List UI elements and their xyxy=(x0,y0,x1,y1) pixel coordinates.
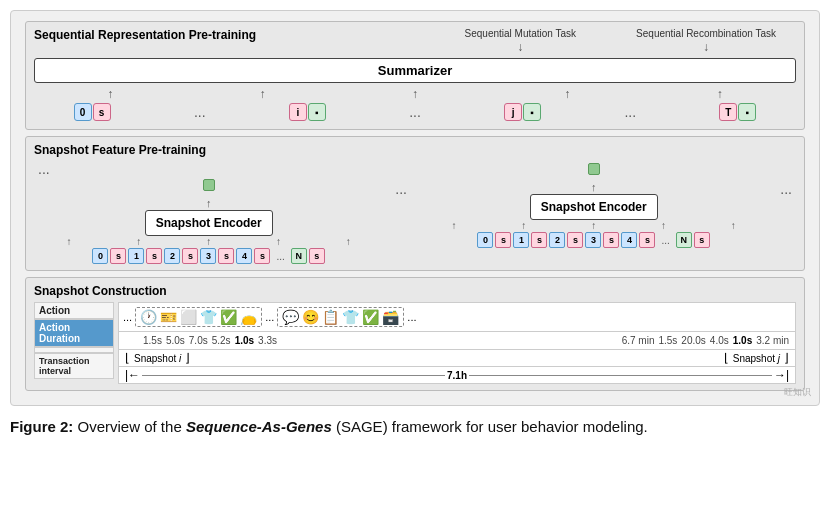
arrow-mid: ↑ xyxy=(412,87,418,99)
green-token-left xyxy=(203,179,215,191)
dur-3: 7.0s xyxy=(189,335,208,346)
watermark: 旺知识 xyxy=(784,386,811,399)
snapshot-feature-title: Snapshot Feature Pre-training xyxy=(34,143,796,157)
st-4b: s xyxy=(254,248,270,264)
st-1: 1 xyxy=(128,248,144,264)
interval-spacer xyxy=(142,375,445,376)
left-labels-col: Action Action Duration Transaction inter… xyxy=(34,302,114,384)
token-0-pink: s xyxy=(93,103,111,121)
enc-arr-r1: ↑ xyxy=(451,220,456,232)
action-icon-clipboard: 📋 xyxy=(322,309,339,325)
figure-caption: Figure 2: Overview of the Sequence-As-Ge… xyxy=(10,416,820,439)
left-encoder-block: ... ↑ Snapshot Encoder ↑ ↑ ↑ ↑ ↑ xyxy=(34,161,383,264)
action-icon-smiley: 😊 xyxy=(302,309,319,325)
dots-action-mid: ... xyxy=(265,311,274,323)
enc-arr-r2: ↑ xyxy=(521,220,526,232)
action-duration-label: Action Duration xyxy=(34,319,114,347)
caption-italic: Sequence-As-Genes xyxy=(186,418,332,435)
st-dots: ... xyxy=(276,251,284,262)
action-label: Action xyxy=(34,302,114,319)
interval-spacer2 xyxy=(469,375,772,376)
snap-i-bracket-open: ⌊ xyxy=(125,351,130,365)
dur-2: 5.0s xyxy=(166,335,185,346)
snap-j-label: Snapshot j xyxy=(733,353,780,364)
str-4: 4 xyxy=(621,232,637,248)
st-N: N xyxy=(291,248,307,264)
interval-bracket-right: →| xyxy=(774,368,789,382)
action-icon-wallet: 👝 xyxy=(240,309,257,325)
token-T-green: ▪ xyxy=(738,103,756,121)
action-icon-shirt: 👕 xyxy=(200,309,217,325)
snapshot-encoder-left: Snapshot Encoder xyxy=(145,210,273,236)
st-2: 2 xyxy=(164,248,180,264)
construction-main: ... 🕐 🎫 ⬜ 👕 ✅ 👝 ... 💬 😊 xyxy=(118,302,796,384)
snapshot-feature-section: Snapshot Feature Pre-training ... ↑ Snap… xyxy=(25,136,805,271)
action-icon-shirt2: 👕 xyxy=(342,309,359,325)
dur-5-bold: 1.0s xyxy=(235,335,254,346)
dots-2: ... xyxy=(409,104,421,120)
mutation-task-col: Sequential Mutation Task ↓ xyxy=(465,28,577,54)
dur-r5-bold: 1.0s xyxy=(733,335,752,346)
str-1: 1 xyxy=(513,232,529,248)
interval-value: 7.1h xyxy=(447,370,467,381)
right-dots-enc: ... xyxy=(776,161,796,197)
up-arrows-row: ↑ ↑ ↑ ↑ ↑ xyxy=(34,87,796,99)
dots-action-right: ... xyxy=(407,311,416,323)
dur-r3: 20.0s xyxy=(681,335,705,346)
dots-1: ... xyxy=(194,104,206,120)
diagram-container: Sequential Representation Pre-training S… xyxy=(10,10,820,406)
arrow-T: ↑ xyxy=(717,87,723,99)
recombination-task-label: Sequential Recombination Task xyxy=(636,28,776,39)
str-2b: s xyxy=(567,232,583,248)
interval-bracket-left: |← xyxy=(125,368,140,382)
snap-j-bracket-open: ⌊ xyxy=(724,351,729,365)
action-icon-check: ✅ xyxy=(220,309,237,325)
interval-row: |← 7.1h →| xyxy=(118,367,796,384)
arrow-j: ↑ xyxy=(564,87,570,99)
dots-action-left: ... xyxy=(123,311,132,323)
dur-4: 5.2s xyxy=(212,335,231,346)
st-1b: s xyxy=(146,248,162,264)
mutation-task-label: Sequential Mutation Task xyxy=(465,28,577,39)
pre-training-section: Sequential Representation Pre-training S… xyxy=(25,21,805,130)
enc-arr-l3: ↑ xyxy=(206,236,211,248)
snapshot-construction-title: Snapshot Construction xyxy=(34,284,796,298)
up-arrow-enc-right: ↑ xyxy=(591,181,597,193)
pre-training-title: Sequential Representation Pre-training xyxy=(34,28,256,42)
str-2: 2 xyxy=(549,232,565,248)
arrow-0i: ↑ xyxy=(107,87,113,99)
str-N: N xyxy=(676,232,692,248)
snap-j-bracket-close: ⌋ xyxy=(784,351,789,365)
str-3b: s xyxy=(603,232,619,248)
dur-6: 3.3s xyxy=(258,335,277,346)
action-icons-row: ... 🕐 🎫 ⬜ 👕 ✅ 👝 ... 💬 😊 xyxy=(118,302,796,332)
recombination-task-col: Sequential Recombination Task ↓ xyxy=(636,28,776,54)
token-group-i: i ▪ xyxy=(289,103,326,121)
token-T-pink: T xyxy=(719,103,737,121)
right-encoder-block: ↑ Snapshot Encoder ↑ ↑ ↑ ↑ ↑ 0 s 1 s 2 xyxy=(419,161,768,248)
snap-i-bracket-close: ⌋ xyxy=(185,351,190,365)
green-token-right xyxy=(588,163,600,175)
str-4b: s xyxy=(639,232,655,248)
transaction-label: Transaction interval xyxy=(34,353,114,379)
st-3b: s xyxy=(218,248,234,264)
up-arrow-enc-left: ↑ xyxy=(206,197,212,209)
enc-arr-l1: ↑ xyxy=(66,236,71,248)
caption-text1: Overview of the xyxy=(73,418,186,435)
enc-arr-l2: ↑ xyxy=(136,236,141,248)
enc-arr-l4: ↑ xyxy=(276,236,281,248)
str-0: 0 xyxy=(477,232,493,248)
arrow-i: ↑ xyxy=(260,87,266,99)
enc-arr-r5: ↑ xyxy=(731,220,736,232)
construction-body: Action Action Duration Transaction inter… xyxy=(34,302,796,384)
action-icon-scan: ⬜ xyxy=(180,309,197,325)
left-dots-before: ... xyxy=(38,161,50,177)
summarizer-box: Summarizer xyxy=(34,58,796,83)
snapshot-encoder-right: Snapshot Encoder xyxy=(530,194,658,220)
token-group-j: j ▪ xyxy=(504,103,541,121)
dots-3: ... xyxy=(624,104,636,120)
dur-r6: 3.2 min xyxy=(756,335,789,346)
snapshot-construction-section: Snapshot Construction Action Action Dura… xyxy=(25,277,805,391)
st-2b: s xyxy=(182,248,198,264)
dur-1: 1.5s xyxy=(143,335,162,346)
